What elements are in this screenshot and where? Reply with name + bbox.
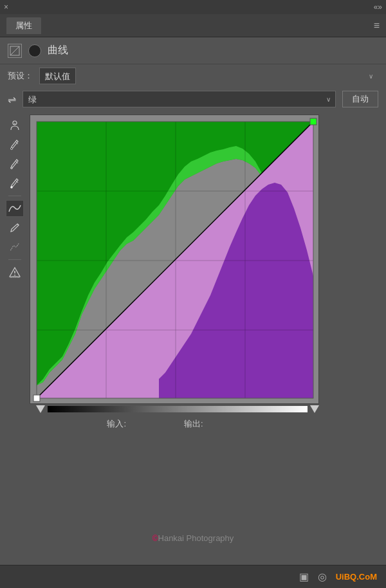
curve-tool-icon [8, 203, 22, 214]
eyedropper-white-icon [9, 178, 21, 189]
circle-icon [28, 44, 41, 57]
warning-tool-icon [9, 266, 21, 278]
curve-tool-button[interactable] [6, 200, 24, 217]
arrows-icon[interactable]: «» [374, 3, 382, 12]
eyedropper-black-button[interactable] [6, 136, 24, 153]
svg-rect-18 [18, 277, 19, 278]
gradient-bar [48, 406, 308, 412]
triangle-left-icon [36, 405, 45, 413]
input-label: 输入: [107, 418, 126, 430]
eye-icon[interactable]: ◎ [318, 571, 327, 583]
pencil-tool-button[interactable] [6, 219, 24, 236]
eyedropper-black-icon [9, 139, 21, 151]
top-bar-left: × [4, 3, 8, 12]
preset-select[interactable]: 默认值 [39, 68, 76, 84]
preset-select-wrapper: 默认值 [39, 68, 378, 84]
panel-title-area: 属性 [6, 17, 41, 34]
finger-tool-button[interactable] [6, 117, 24, 134]
finger-icon [9, 120, 21, 131]
main-area: 输入: 输出: [0, 111, 386, 434]
gradient-bar-row [30, 405, 319, 413]
svg-rect-14 [10, 277, 12, 278]
svg-line-10 [17, 224, 19, 225]
eyedropper-gray-button[interactable] [6, 156, 24, 172]
curves-title: 曲线 [48, 44, 68, 57]
adjustment-icon [10, 46, 20, 56]
watermark: ©Hankai Photography [0, 533, 386, 543]
svg-point-13 [14, 275, 15, 276]
channel-select-wrapper: 绿 [23, 91, 336, 107]
eyedropper-gray-icon [9, 158, 21, 170]
chart-container: 输入: 输出: [30, 115, 380, 430]
top-bar: × «» [0, 0, 386, 14]
eyedropper-white-button[interactable] [6, 175, 24, 192]
curves-icon-box [8, 44, 22, 58]
auto-button[interactable]: 自动 [342, 91, 378, 107]
preset-label: 预设： [8, 70, 33, 82]
menu-icon[interactable]: ≡ [374, 20, 380, 32]
smooth-tool-icon [9, 241, 21, 253]
close-icon[interactable]: × [4, 3, 8, 12]
tool-separator [8, 196, 21, 196]
svg-rect-33 [33, 395, 40, 401]
svg-point-5 [11, 148, 13, 150]
pencil-tool-icon [9, 222, 21, 234]
channel-row: ⇌ 绿 自动 [0, 87, 386, 111]
copyright-icon: © [152, 534, 158, 543]
warning-tool-button[interactable] [6, 264, 24, 280]
curve-adjust-icon[interactable]: ⇌ [8, 93, 16, 106]
svg-rect-34 [310, 118, 317, 125]
bottom-toolbar: ▣ ◎ UiBQ.CoM [0, 565, 386, 588]
triangle-right-icon [310, 405, 319, 413]
monitor-icon[interactable]: ▣ [299, 571, 309, 583]
svg-point-7 [11, 167, 13, 169]
uibq-logo: UiBQ.CoM [336, 572, 377, 582]
panel-header: 属性 ≡ [0, 14, 386, 37]
svg-line-1 [10, 46, 19, 55]
preset-row: 预设： 默认值 [0, 64, 386, 87]
smooth-tool-button[interactable] [6, 239, 24, 255]
svg-rect-15 [12, 277, 14, 278]
top-bar-right: «» [374, 3, 382, 12]
curves-title-row: 曲线 [0, 37, 386, 64]
curves-chart[interactable] [30, 115, 319, 404]
channel-select[interactable]: 绿 [23, 91, 336, 107]
svg-point-9 [11, 187, 13, 188]
tool-separator-2 [8, 259, 21, 260]
panel-tab[interactable]: 属性 [6, 17, 41, 34]
watermark-text: Hankai Photography [158, 533, 234, 543]
svg-rect-17 [16, 277, 17, 278]
io-row: 输入: 输出: [30, 418, 319, 430]
tools-sidebar [4, 115, 26, 280]
output-label: 输出: [184, 418, 203, 430]
